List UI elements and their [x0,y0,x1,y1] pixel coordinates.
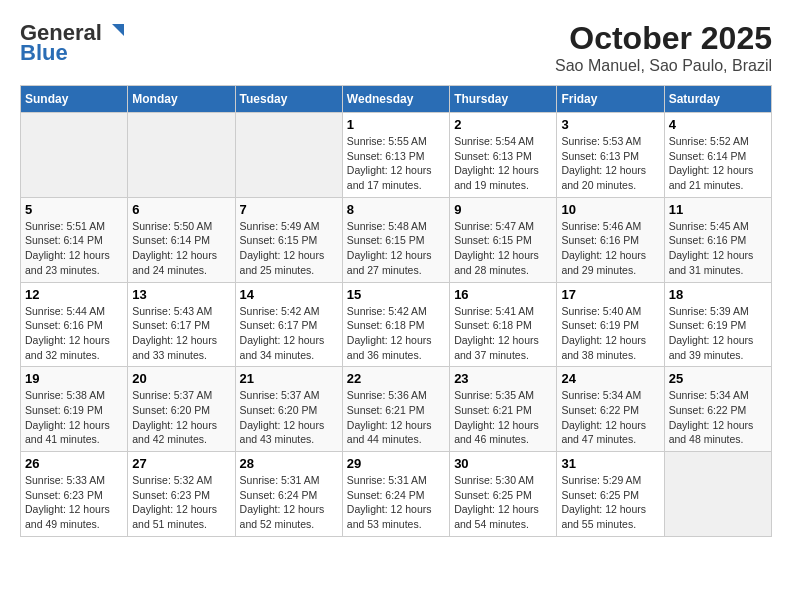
cell-day-number: 30 [454,456,552,471]
cell-info: Sunrise: 5:51 AM Sunset: 6:14 PM Dayligh… [25,219,123,278]
calendar-cell [128,113,235,198]
cell-info: Sunrise: 5:38 AM Sunset: 6:19 PM Dayligh… [25,388,123,447]
cell-day-number: 5 [25,202,123,217]
calendar-subtitle: Sao Manuel, Sao Paulo, Brazil [555,57,772,75]
cell-info: Sunrise: 5:42 AM Sunset: 6:17 PM Dayligh… [240,304,338,363]
cell-day-number: 17 [561,287,659,302]
cell-day-number: 19 [25,371,123,386]
cell-info: Sunrise: 5:40 AM Sunset: 6:19 PM Dayligh… [561,304,659,363]
cell-day-number: 15 [347,287,445,302]
cell-info: Sunrise: 5:44 AM Sunset: 6:16 PM Dayligh… [25,304,123,363]
calendar-cell: 6Sunrise: 5:50 AM Sunset: 6:14 PM Daylig… [128,197,235,282]
cell-day-number: 27 [132,456,230,471]
logo: General Blue [20,20,126,66]
cell-info: Sunrise: 5:31 AM Sunset: 6:24 PM Dayligh… [240,473,338,532]
calendar-cell: 21Sunrise: 5:37 AM Sunset: 6:20 PM Dayli… [235,367,342,452]
week-row-3: 12Sunrise: 5:44 AM Sunset: 6:16 PM Dayli… [21,282,772,367]
cell-day-number: 14 [240,287,338,302]
calendar-cell: 11Sunrise: 5:45 AM Sunset: 6:16 PM Dayli… [664,197,771,282]
cell-info: Sunrise: 5:41 AM Sunset: 6:18 PM Dayligh… [454,304,552,363]
calendar-cell: 30Sunrise: 5:30 AM Sunset: 6:25 PM Dayli… [450,452,557,537]
calendar-cell: 18Sunrise: 5:39 AM Sunset: 6:19 PM Dayli… [664,282,771,367]
calendar-cell: 19Sunrise: 5:38 AM Sunset: 6:19 PM Dayli… [21,367,128,452]
cell-info: Sunrise: 5:53 AM Sunset: 6:13 PM Dayligh… [561,134,659,193]
cell-info: Sunrise: 5:43 AM Sunset: 6:17 PM Dayligh… [132,304,230,363]
week-row-4: 19Sunrise: 5:38 AM Sunset: 6:19 PM Dayli… [21,367,772,452]
calendar-cell: 5Sunrise: 5:51 AM Sunset: 6:14 PM Daylig… [21,197,128,282]
cell-day-number: 3 [561,117,659,132]
cell-day-number: 26 [25,456,123,471]
calendar-cell: 28Sunrise: 5:31 AM Sunset: 6:24 PM Dayli… [235,452,342,537]
cell-info: Sunrise: 5:55 AM Sunset: 6:13 PM Dayligh… [347,134,445,193]
calendar-title: October 2025 [555,20,772,57]
svg-marker-0 [112,24,124,36]
cell-info: Sunrise: 5:49 AM Sunset: 6:15 PM Dayligh… [240,219,338,278]
cell-day-number: 25 [669,371,767,386]
cell-info: Sunrise: 5:30 AM Sunset: 6:25 PM Dayligh… [454,473,552,532]
cell-day-number: 23 [454,371,552,386]
cell-info: Sunrise: 5:42 AM Sunset: 6:18 PM Dayligh… [347,304,445,363]
cell-info: Sunrise: 5:54 AM Sunset: 6:13 PM Dayligh… [454,134,552,193]
calendar-cell: 23Sunrise: 5:35 AM Sunset: 6:21 PM Dayli… [450,367,557,452]
cell-info: Sunrise: 5:37 AM Sunset: 6:20 PM Dayligh… [132,388,230,447]
cell-info: Sunrise: 5:39 AM Sunset: 6:19 PM Dayligh… [669,304,767,363]
title-block: October 2025 Sao Manuel, Sao Paulo, Braz… [555,20,772,75]
cell-day-number: 16 [454,287,552,302]
calendar-cell: 27Sunrise: 5:32 AM Sunset: 6:23 PM Dayli… [128,452,235,537]
calendar-cell: 15Sunrise: 5:42 AM Sunset: 6:18 PM Dayli… [342,282,449,367]
calendar-cell: 24Sunrise: 5:34 AM Sunset: 6:22 PM Dayli… [557,367,664,452]
calendar-cell: 25Sunrise: 5:34 AM Sunset: 6:22 PM Dayli… [664,367,771,452]
cell-info: Sunrise: 5:32 AM Sunset: 6:23 PM Dayligh… [132,473,230,532]
cell-info: Sunrise: 5:34 AM Sunset: 6:22 PM Dayligh… [561,388,659,447]
cell-info: Sunrise: 5:35 AM Sunset: 6:21 PM Dayligh… [454,388,552,447]
cell-info: Sunrise: 5:48 AM Sunset: 6:15 PM Dayligh… [347,219,445,278]
calendar-cell [235,113,342,198]
header-sunday: Sunday [21,86,128,113]
calendar-cell: 29Sunrise: 5:31 AM Sunset: 6:24 PM Dayli… [342,452,449,537]
cell-day-number: 1 [347,117,445,132]
calendar-cell: 10Sunrise: 5:46 AM Sunset: 6:16 PM Dayli… [557,197,664,282]
calendar-cell: 17Sunrise: 5:40 AM Sunset: 6:19 PM Dayli… [557,282,664,367]
cell-day-number: 10 [561,202,659,217]
week-row-1: 1Sunrise: 5:55 AM Sunset: 6:13 PM Daylig… [21,113,772,198]
calendar-cell: 20Sunrise: 5:37 AM Sunset: 6:20 PM Dayli… [128,367,235,452]
cell-info: Sunrise: 5:37 AM Sunset: 6:20 PM Dayligh… [240,388,338,447]
calendar-cell: 4Sunrise: 5:52 AM Sunset: 6:14 PM Daylig… [664,113,771,198]
calendar-cell: 31Sunrise: 5:29 AM Sunset: 6:25 PM Dayli… [557,452,664,537]
header-saturday: Saturday [664,86,771,113]
cell-day-number: 2 [454,117,552,132]
header-tuesday: Tuesday [235,86,342,113]
calendar-cell: 14Sunrise: 5:42 AM Sunset: 6:17 PM Dayli… [235,282,342,367]
header-wednesday: Wednesday [342,86,449,113]
cell-day-number: 29 [347,456,445,471]
calendar-cell: 9Sunrise: 5:47 AM Sunset: 6:15 PM Daylig… [450,197,557,282]
cell-day-number: 18 [669,287,767,302]
cell-info: Sunrise: 5:36 AM Sunset: 6:21 PM Dayligh… [347,388,445,447]
header-thursday: Thursday [450,86,557,113]
cell-day-number: 21 [240,371,338,386]
calendar-cell: 7Sunrise: 5:49 AM Sunset: 6:15 PM Daylig… [235,197,342,282]
cell-day-number: 12 [25,287,123,302]
cell-day-number: 7 [240,202,338,217]
header-friday: Friday [557,86,664,113]
cell-info: Sunrise: 5:34 AM Sunset: 6:22 PM Dayligh… [669,388,767,447]
logo-icon [104,20,126,42]
week-row-5: 26Sunrise: 5:33 AM Sunset: 6:23 PM Dayli… [21,452,772,537]
logo-blue: Blue [20,40,68,66]
cell-info: Sunrise: 5:47 AM Sunset: 6:15 PM Dayligh… [454,219,552,278]
calendar-cell: 8Sunrise: 5:48 AM Sunset: 6:15 PM Daylig… [342,197,449,282]
cell-info: Sunrise: 5:45 AM Sunset: 6:16 PM Dayligh… [669,219,767,278]
calendar-cell: 16Sunrise: 5:41 AM Sunset: 6:18 PM Dayli… [450,282,557,367]
header-monday: Monday [128,86,235,113]
cell-info: Sunrise: 5:29 AM Sunset: 6:25 PM Dayligh… [561,473,659,532]
calendar-cell [664,452,771,537]
calendar-cell: 22Sunrise: 5:36 AM Sunset: 6:21 PM Dayli… [342,367,449,452]
cell-day-number: 13 [132,287,230,302]
cell-day-number: 22 [347,371,445,386]
calendar-cell: 3Sunrise: 5:53 AM Sunset: 6:13 PM Daylig… [557,113,664,198]
cell-info: Sunrise: 5:33 AM Sunset: 6:23 PM Dayligh… [25,473,123,532]
cell-day-number: 11 [669,202,767,217]
cell-info: Sunrise: 5:52 AM Sunset: 6:14 PM Dayligh… [669,134,767,193]
calendar-cell: 12Sunrise: 5:44 AM Sunset: 6:16 PM Dayli… [21,282,128,367]
cell-day-number: 20 [132,371,230,386]
